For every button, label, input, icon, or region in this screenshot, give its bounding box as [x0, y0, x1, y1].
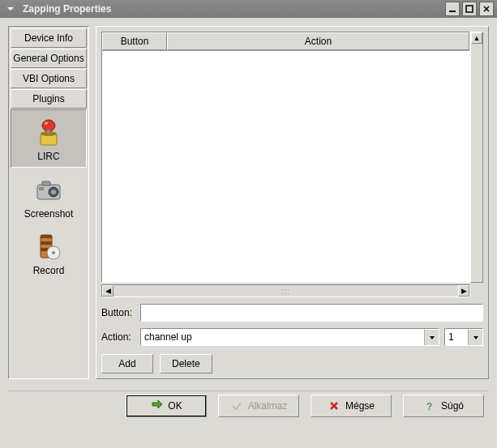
- maximize-button[interactable]: [462, 2, 477, 16]
- sidebar-item-label: Screenshot: [12, 208, 85, 220]
- apply-button[interactable]: Alkalmaz: [218, 395, 299, 417]
- cancel-button[interactable]: Mégse: [311, 395, 392, 417]
- sidebar-item-label: Record: [12, 265, 85, 276]
- lirc-icon: [13, 115, 84, 149]
- delete-button[interactable]: Delete: [160, 354, 212, 373]
- svg-point-17: [52, 251, 55, 254]
- record-icon: [12, 229, 85, 263]
- close-button[interactable]: [479, 2, 494, 16]
- number-combo-value: 1: [448, 331, 468, 343]
- help-button-label: Súgó: [441, 400, 464, 412]
- svg-rect-11: [39, 187, 44, 190]
- svg-point-5: [45, 122, 48, 125]
- scroll-grip-icon[interactable]: :::: [281, 287, 290, 296]
- window-menu-icon[interactable]: [3, 2, 18, 16]
- column-header-action[interactable]: Action: [167, 32, 469, 50]
- sidebar-tab-vbi-options[interactable]: VBI Options: [11, 69, 87, 88]
- svg-rect-14: [41, 241, 52, 245]
- help-icon: ?: [423, 399, 436, 412]
- sidebar-tab-device-info[interactable]: Device Info: [11, 28, 87, 48]
- camera-icon: [12, 173, 85, 207]
- chevron-down-icon[interactable]: [468, 329, 482, 345]
- svg-rect-6: [47, 130, 50, 134]
- svg-point-4: [42, 120, 55, 131]
- svg-rect-8: [42, 181, 50, 186]
- sidebar-item-lirc[interactable]: LIRC: [11, 109, 87, 168]
- add-button[interactable]: Add: [101, 354, 153, 373]
- mapping-table[interactable]: Button Action: [101, 32, 470, 283]
- check-icon: [230, 399, 243, 412]
- horizontal-scrollbar[interactable]: ◀ ::: ▶: [101, 284, 470, 297]
- ok-button-label: OK: [168, 400, 182, 412]
- dialog-button-bar: OK Alkalmaz Mégse ? Súgó: [8, 390, 489, 417]
- action-combo[interactable]: channel up: [140, 328, 439, 346]
- vertical-scrollbar[interactable]: ▲: [470, 32, 483, 283]
- chevron-down-icon[interactable]: [424, 329, 439, 345]
- button-input[interactable]: [140, 304, 483, 322]
- scroll-right-icon[interactable]: ▶: [458, 285, 469, 297]
- sidebar-tab-plugins[interactable]: Plugins: [11, 89, 87, 109]
- scroll-left-icon[interactable]: ◀: [102, 285, 114, 297]
- minimize-button[interactable]: [445, 2, 460, 16]
- content-panel: Button Action ▲ ◀ ::: ▶ Button:: [96, 26, 489, 379]
- sidebar-item-record[interactable]: Record: [11, 224, 87, 281]
- ok-icon: [150, 399, 163, 412]
- apply-button-label: Alkalmaz: [248, 400, 288, 412]
- svg-text:?: ?: [426, 401, 432, 412]
- cancel-button-label: Mégse: [345, 400, 375, 412]
- svg-point-10: [51, 190, 56, 194]
- titlebar: Zapping Properties: [0, 0, 497, 18]
- sidebar-tab-general-options[interactable]: General Options: [11, 49, 87, 68]
- action-field-label: Action:: [101, 331, 135, 343]
- sidebar: Device Info General Options VBI Options …: [8, 26, 89, 379]
- scroll-up-icon[interactable]: ▲: [471, 32, 482, 44]
- cancel-icon: [328, 399, 341, 412]
- svg-rect-0: [449, 11, 456, 12]
- sidebar-item-screenshot[interactable]: Screenshot: [11, 168, 87, 224]
- sidebar-item-label: LIRC: [13, 151, 84, 162]
- column-header-button[interactable]: Button: [102, 32, 167, 50]
- help-button[interactable]: ? Súgó: [403, 395, 484, 417]
- ok-button[interactable]: OK: [126, 395, 207, 417]
- button-field-label: Button:: [101, 307, 135, 318]
- action-combo-value: channel up: [144, 331, 424, 343]
- number-combo[interactable]: 1: [444, 328, 483, 346]
- window-title: Zapping Properties: [23, 3, 445, 15]
- svg-rect-13: [41, 235, 52, 238]
- svg-rect-1: [466, 6, 473, 12]
- table-body[interactable]: [102, 51, 469, 282]
